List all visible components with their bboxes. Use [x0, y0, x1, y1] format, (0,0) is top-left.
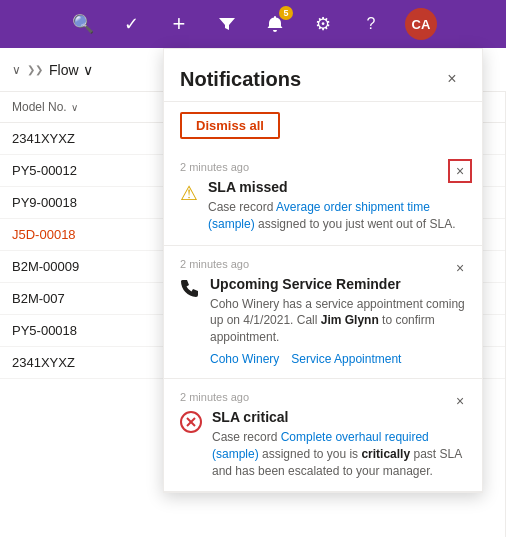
add-icon[interactable]: +	[165, 10, 193, 38]
dismiss-all-button[interactable]: Dismiss all	[180, 112, 280, 139]
flow-label[interactable]: Flow ∨	[49, 62, 93, 78]
notification-close-button[interactable]: ×	[448, 159, 472, 183]
notification-timestamp: 2 minutes ago	[180, 161, 466, 173]
notification-links: Coho Winery Service Appointment	[210, 352, 466, 366]
settings-icon[interactable]: ⚙	[309, 10, 337, 38]
notification-text: Coho Winery has a service appointment co…	[210, 296, 466, 346]
notification-content: SLA critical Case record Complete overha…	[212, 409, 466, 479]
notification-body: ⚠ SLA missed Case record Average order s…	[180, 179, 466, 233]
notification-body: SLA critical Case record Complete overha…	[180, 409, 466, 479]
notification-title: SLA critical	[212, 409, 466, 425]
notifications-close-button[interactable]: ×	[438, 65, 466, 93]
jim-glynn-link[interactable]: Jim Glynn	[321, 313, 379, 327]
user-avatar[interactable]: CA	[405, 8, 437, 40]
filter-icon[interactable]	[213, 10, 241, 38]
notification-item-sla-missed: 2 minutes ago ⚠ SLA missed Case record A…	[164, 149, 482, 246]
notifications-list: 2 minutes ago ⚠ SLA missed Case record A…	[164, 149, 482, 492]
bell-badge: 5	[279, 6, 293, 20]
top-nav-bar: 🔍 ✓ + 5 ⚙ ? CA	[0, 0, 506, 48]
phone-icon	[180, 278, 200, 303]
notification-item-service-reminder: 2 minutes ago Upcoming Service Reminder …	[164, 246, 482, 379]
notification-timestamp: 2 minutes ago	[180, 258, 466, 270]
flow-text: Flow	[49, 62, 79, 78]
breadcrumb-separator: ❯❯	[27, 64, 43, 75]
notification-text: Case record Average order shipment time …	[208, 199, 466, 233]
notification-close-button[interactable]: ×	[448, 256, 472, 280]
notification-content: Upcoming Service Reminder Coho Winery ha…	[210, 276, 466, 366]
critical-icon	[180, 411, 202, 438]
search-icon[interactable]: 🔍	[69, 10, 97, 38]
service-appointment-link[interactable]: Service Appointment	[291, 352, 401, 366]
notifications-header: Notifications ×	[164, 49, 482, 102]
notification-item-sla-critical: 2 minutes ago SLA critical Case record C…	[164, 379, 482, 492]
notification-timestamp: 2 minutes ago	[180, 391, 466, 403]
notification-body: Upcoming Service Reminder Coho Winery ha…	[180, 276, 466, 366]
bell-icon[interactable]: 5	[261, 10, 289, 38]
notifications-title: Notifications	[180, 68, 301, 91]
notification-title: Upcoming Service Reminder	[210, 276, 466, 292]
notification-content: SLA missed Case record Average order shi…	[208, 179, 466, 233]
coho-winery-link[interactable]: Coho Winery	[210, 352, 279, 366]
notification-text: Case record Complete overhaul required (…	[212, 429, 466, 479]
flow-chevron-down: ∨	[83, 62, 93, 78]
notification-title: SLA missed	[208, 179, 466, 195]
sla-missed-link[interactable]: Average order shipment time (sample)	[208, 200, 430, 231]
breadcrumb-chevron-left: ∨	[12, 63, 21, 77]
notification-close-button[interactable]: ×	[448, 389, 472, 413]
help-icon[interactable]: ?	[357, 10, 385, 38]
column-sort-icon[interactable]: ∨	[71, 102, 78, 113]
notifications-panel: Notifications × Dismiss all 2 minutes ag…	[163, 48, 483, 493]
tasks-icon[interactable]: ✓	[117, 10, 145, 38]
warning-icon: ⚠	[180, 181, 198, 205]
